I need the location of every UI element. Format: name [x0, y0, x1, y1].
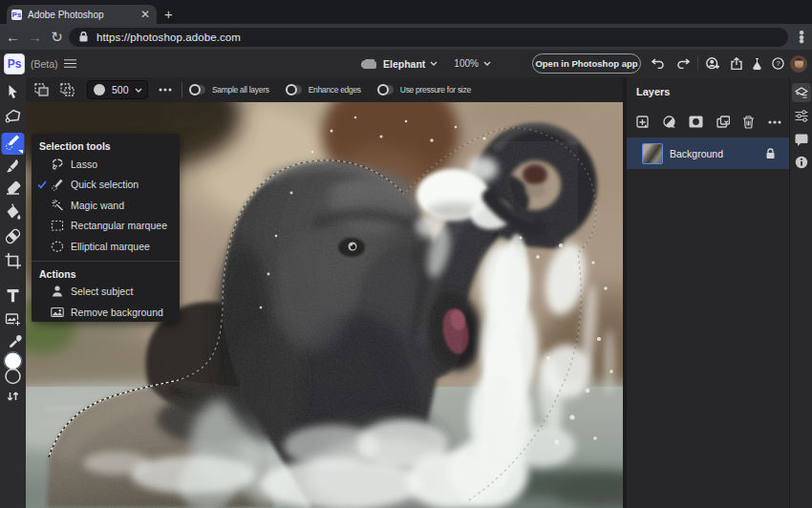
svg-text:?: ?: [776, 59, 780, 68]
